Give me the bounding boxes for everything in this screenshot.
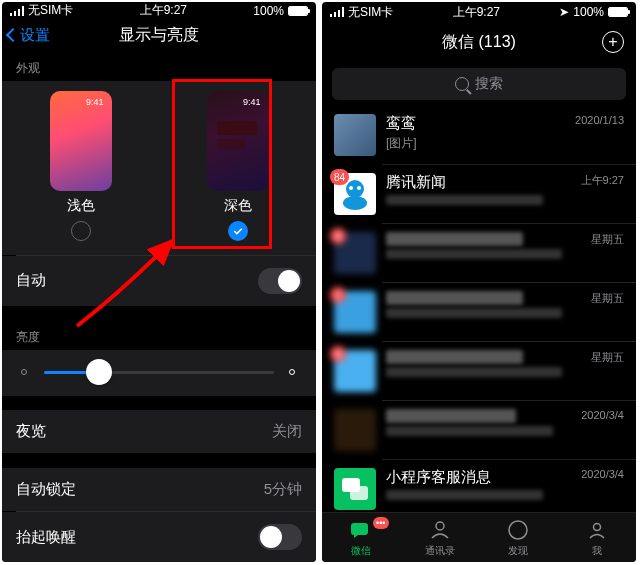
svg-point-7	[509, 521, 527, 539]
svg-point-8	[593, 523, 600, 530]
auto-row[interactable]: 自动	[2, 256, 316, 306]
appearance-dark-option[interactable]: 9:41 深色	[178, 91, 298, 241]
chat-time: 星期五	[591, 291, 624, 306]
person-icon	[585, 518, 609, 542]
appearance-light-option[interactable]: 9:41 浅色	[21, 91, 141, 241]
search-icon	[455, 77, 469, 91]
search-bar[interactable]: 搜索	[332, 68, 626, 100]
tab-contacts[interactable]: 通讯录	[401, 513, 480, 562]
chat-row[interactable]: 4星期五	[322, 342, 636, 400]
back-button[interactable]: 设置	[8, 26, 50, 45]
battery-pct: 100%	[253, 4, 284, 18]
contacts-icon	[428, 518, 452, 542]
chat-icon	[349, 518, 373, 542]
chat-subtitle: [图片]	[386, 135, 565, 152]
unread-badge: 84	[330, 169, 349, 185]
chat-time: 2020/1/13	[575, 114, 624, 126]
chat-time: 星期五	[591, 232, 624, 247]
brightness-section-label: 亮度	[2, 321, 316, 350]
night-shift-row[interactable]: 夜览 关闭	[2, 410, 316, 453]
auto-lock-row[interactable]: 自动锁定 5分钟	[2, 468, 316, 511]
tab-badge: •••	[373, 517, 388, 529]
tab-bar: 微信 ••• 通讯录 发现 我	[322, 512, 636, 562]
dark-preview: 9:41	[207, 91, 269, 191]
wechat-nav: 微信 (113) +	[322, 22, 636, 62]
chat-row[interactable]: 1星期五	[322, 283, 636, 341]
page-title: 显示与亮度	[119, 25, 199, 46]
back-label: 设置	[20, 26, 50, 45]
avatar: 84	[334, 173, 376, 215]
chat-row[interactable]: 2020/3/4	[322, 401, 636, 459]
page-title: 微信 (113)	[442, 32, 516, 53]
status-bar: 无SIM卡 上午9:27 100%	[2, 2, 316, 19]
svg-point-2	[349, 186, 353, 190]
status-time: 上午9:27	[140, 2, 187, 19]
dark-label: 深色	[224, 197, 252, 215]
compass-icon	[506, 518, 530, 542]
wechat-screen: 无SIM卡 上午9:27 ➤ 100% 微信 (113) + 搜索 鸾鸾[图片]…	[322, 2, 636, 562]
location-icon: ➤	[559, 5, 569, 19]
sun-high-icon	[284, 364, 302, 382]
status-time: 上午9:27	[453, 4, 500, 21]
tab-discover[interactable]: 发现	[479, 513, 558, 562]
light-label: 浅色	[67, 197, 95, 215]
night-shift-label: 夜览	[16, 422, 46, 441]
raise-to-wake-row[interactable]: 抬起唤醒	[2, 512, 316, 562]
chat-row[interactable]: 鸾鸾[图片]2020/1/13	[322, 106, 636, 164]
chat-row[interactable]: 4星期五	[322, 224, 636, 282]
battery-icon	[288, 6, 308, 16]
chat-time: 上午9:27	[581, 173, 624, 188]
avatar	[334, 114, 376, 156]
light-preview: 9:41	[50, 91, 112, 191]
radio-unchecked-icon	[71, 221, 91, 241]
status-bar: 无SIM卡 上午9:27 ➤ 100%	[322, 2, 636, 22]
carrier-label: 无SIM卡	[348, 4, 393, 21]
raise-to-wake-label: 抬起唤醒	[16, 528, 76, 547]
battery-pct: 100%	[573, 5, 604, 19]
unread-badge: 4	[330, 346, 346, 362]
signal-icon	[10, 6, 24, 16]
chat-title: 腾讯新闻	[386, 173, 571, 192]
chat-title: 鸾鸾	[386, 114, 565, 133]
settings-screen: 无SIM卡 上午9:27 100% 设置 显示与亮度 外观 9:41 浅色 9:…	[2, 2, 316, 562]
chat-row[interactable]: 84腾讯新闻上午9:27	[322, 165, 636, 223]
avatar	[334, 409, 376, 451]
unread-badge: 1	[330, 287, 346, 303]
chat-title: 小程序客服消息	[386, 468, 571, 487]
avatar: 1	[334, 291, 376, 333]
appearance-row: 9:41 浅色 9:41 深色	[2, 81, 316, 255]
svg-point-0	[346, 180, 364, 198]
battery-icon	[608, 7, 628, 17]
nav-bar: 设置 显示与亮度	[2, 19, 316, 52]
carrier-label: 无SIM卡	[28, 2, 73, 19]
chat-time: 星期五	[591, 350, 624, 365]
appearance-section-label: 外观	[2, 52, 316, 81]
chat-time: 2020/3/4	[581, 468, 624, 480]
chevron-left-icon	[6, 28, 20, 42]
brightness-slider[interactable]	[44, 371, 274, 374]
avatar	[334, 468, 376, 510]
auto-lock-label: 自动锁定	[16, 480, 76, 499]
chat-list[interactable]: 鸾鸾[图片]2020/1/1384腾讯新闻上午9:274星期五1星期五4星期五2…	[322, 106, 636, 512]
unread-badge: 4	[330, 228, 346, 244]
tab-wechat[interactable]: 微信 •••	[322, 513, 401, 562]
svg-rect-5	[350, 486, 368, 500]
auto-label: 自动	[16, 271, 46, 290]
plus-button[interactable]: +	[602, 31, 624, 53]
auto-toggle[interactable]	[258, 268, 302, 294]
auto-lock-value: 5分钟	[264, 480, 302, 499]
avatar: 4	[334, 350, 376, 392]
signal-icon	[330, 7, 344, 17]
brightness-slider-row	[2, 350, 316, 396]
svg-point-1	[343, 196, 367, 210]
avatar: 4	[334, 232, 376, 274]
chat-time: 2020/3/4	[581, 409, 624, 421]
raise-to-wake-toggle[interactable]	[258, 524, 302, 550]
search-placeholder: 搜索	[475, 75, 503, 93]
radio-checked-icon	[228, 221, 248, 241]
chat-row[interactable]: 小程序客服消息2020/3/4	[322, 460, 636, 512]
svg-point-6	[436, 522, 444, 530]
sun-low-icon	[16, 364, 34, 382]
tab-me[interactable]: 我	[558, 513, 637, 562]
svg-point-3	[357, 186, 361, 190]
